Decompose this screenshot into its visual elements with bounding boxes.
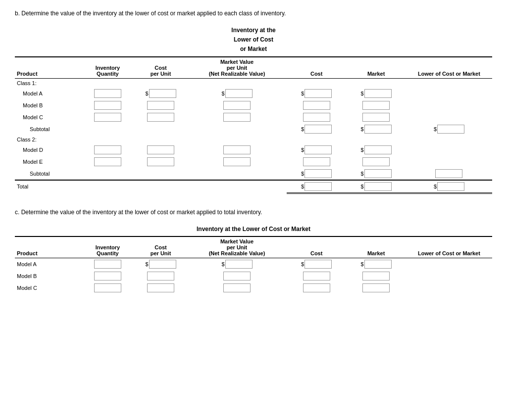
class1-subtotal-lower[interactable] [437,125,464,134]
model-d-market[interactable] [364,145,392,154]
model-a-cost-unit-cell: $ [134,88,187,99]
total-label: Total [15,180,81,193]
model-e-cost-unit[interactable] [147,157,174,166]
c-model-c-qty[interactable] [94,283,121,292]
class1-subtotal-cost[interactable] [304,125,332,134]
c-model-c-market-unit[interactable] [223,283,251,292]
model-a-cost-cell: $ [287,88,347,99]
class2-subtotal-cost[interactable] [304,169,332,178]
c-model-c-cost[interactable] [303,283,330,292]
total-market[interactable] [364,182,392,191]
class2-row: Class 2: [15,135,492,144]
model-d-qty[interactable] [94,145,121,154]
class2-subtotal-lower[interactable] [435,169,462,178]
c-model-a-market-unit[interactable] [225,260,253,269]
model-a-cost[interactable] [304,89,332,98]
class1-subtotal-label: Subtotal [15,123,81,135]
model-b-market[interactable] [362,101,390,110]
c-market-value-header: Market Valueper Unit(Net Realizable Valu… [187,237,287,258]
c-model-c-cost-unit[interactable] [147,283,174,292]
model-a-label: Model A [15,88,81,99]
table-row: Model A $ $ $ $ [15,258,492,270]
market-header: Market [346,57,406,79]
part-b-section: b. Determine the value of the inventory … [15,10,492,194]
class1-subtotal-row: Subtotal $ $ $ [15,123,492,135]
class2-label: Class 2: [15,135,81,144]
model-a-qty[interactable] [94,89,121,98]
part-c-header-row: Product InventoryQuantity Costper Unit M… [15,237,492,258]
c-model-b-qty[interactable] [94,272,121,280]
model-d-market-unit[interactable] [223,145,251,154]
table-row: Model B [15,270,492,282]
c-model-a-label: Model A [15,258,81,270]
c-market-header: Market [346,237,406,258]
model-b-label: Model B [15,99,81,111]
model-b-qty[interactable] [94,101,121,110]
total-cost[interactable] [304,182,332,191]
model-e-market[interactable] [362,157,390,166]
model-d-cost-unit[interactable] [147,145,174,154]
c-lower-of-cost-or-market-header: Lower of Cost or Market [406,237,492,258]
part-b-instruction: b. Determine the value of the inventory … [15,10,492,17]
total-lower[interactable] [437,182,464,191]
c-cost-header: Cost [287,237,347,258]
model-c-market[interactable] [362,113,390,122]
part-b-table-title: Inventory at the Lower of Cost or Market [15,26,492,54]
part-c-section: c. Determine the value of the inventory … [15,209,492,294]
model-c-cost-unit[interactable] [147,113,174,122]
table-row: Model A $ $ $ $ [15,88,492,99]
c-product-header: Product [15,237,81,258]
c-model-a-market[interactable] [364,260,392,269]
cost-header: Cost [287,57,347,79]
class1-subtotal-market[interactable] [364,125,392,134]
model-a-market-unit-cell: $ [187,88,287,99]
model-b-cost-unit[interactable] [147,101,174,110]
model-c-cost[interactable] [303,113,330,122]
model-a-market-unit[interactable] [225,89,253,98]
c-model-b-cost-unit[interactable] [147,272,174,280]
model-c-market-unit[interactable] [223,113,251,122]
market-value-header: Market Valueper Unit(Net Realizable Valu… [187,57,287,79]
model-d-label: Model D [15,144,81,156]
model-a-market-cell: $ [346,88,406,99]
c-cost-per-unit-header: Costper Unit [134,237,187,258]
c-model-a-cost[interactable] [304,260,332,269]
model-a-cost-unit[interactable] [149,89,176,98]
class2-subtotal-market[interactable] [364,169,392,178]
model-e-label: Model E [15,156,81,168]
table-row: Model D $ $ [15,144,492,156]
model-d-cost[interactable] [304,145,332,154]
part-b-table: Product InventoryQuantity Costper Unit M… [15,57,492,194]
model-a-market[interactable] [364,89,392,98]
product-header: Product [15,57,81,79]
inventory-quantity-header: InventoryQuantity [81,57,134,79]
c-model-b-market[interactable] [362,272,390,280]
cost-per-unit-header: Costper Unit [134,57,187,79]
c-model-a-qty[interactable] [94,260,121,269]
class1-label: Class 1: [15,78,81,88]
model-e-qty[interactable] [94,157,121,166]
table-row: Model C [15,282,492,294]
table-row: Model C [15,111,492,123]
class2-subtotal-row: Subtotal $ $ [15,168,492,180]
table-row: Model E [15,156,492,168]
model-e-cost[interactable] [303,157,330,166]
lower-of-cost-or-market-header: Lower of Cost or Market [406,57,492,79]
c-model-c-market[interactable] [362,283,390,292]
c-model-b-label: Model B [15,270,81,282]
c-model-c-label: Model C [15,282,81,294]
part-c-table: Product InventoryQuantity Costper Unit M… [15,237,492,294]
model-b-cost[interactable] [303,101,330,110]
c-inventory-quantity-header: InventoryQuantity [81,237,134,258]
model-c-label: Model C [15,111,81,123]
total-row: Total $ $ $ [15,180,492,193]
model-b-market-unit[interactable] [223,101,251,110]
table-row: Model B [15,99,492,111]
model-e-market-unit[interactable] [223,157,251,166]
model-a-qty-cell [81,88,134,99]
c-model-b-market-unit[interactable] [223,272,251,280]
c-model-b-cost[interactable] [303,272,330,280]
c-model-a-cost-unit[interactable] [149,260,176,269]
model-c-qty[interactable] [94,113,121,122]
part-c-instruction: c. Determine the value of the inventory … [15,209,492,216]
